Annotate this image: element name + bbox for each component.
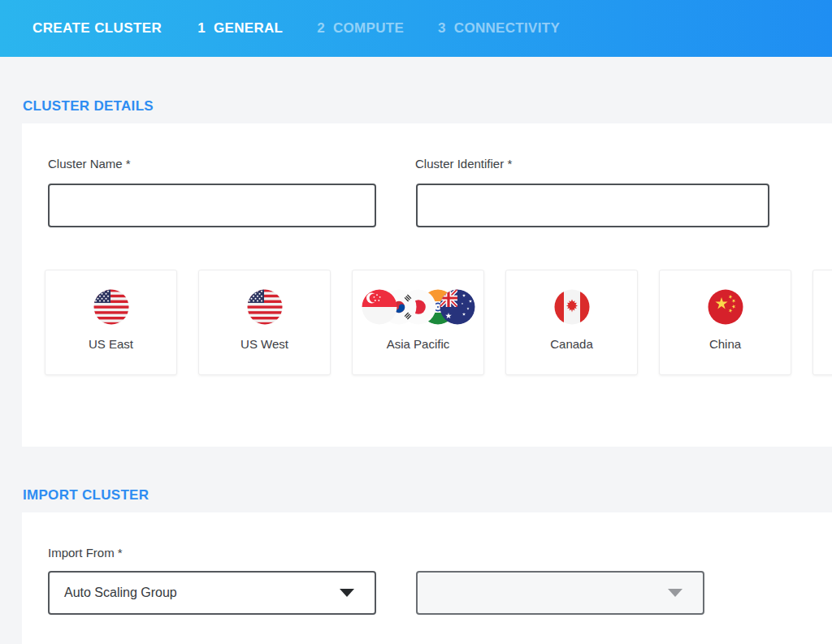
step-label: GENERAL	[214, 20, 283, 37]
cluster-name-input[interactable]	[48, 184, 376, 227]
us-flag-icon	[93, 289, 129, 325]
wizard-steps: 1 GENERAL 2 COMPUTE 3 CONNECTIVITY	[197, 20, 594, 37]
singapore-flag-icon	[362, 289, 397, 325]
step-number: 3	[438, 20, 446, 37]
step-label: COMPUTE	[333, 20, 404, 37]
region-card-asia-pacific[interactable]: Asia Pacific	[352, 270, 484, 375]
cluster-identifier-input[interactable]	[416, 184, 769, 227]
step-label: CONNECTIVITY	[454, 20, 560, 37]
region-label: China	[709, 337, 741, 351]
cluster-identifier-label: Cluster Identifier *	[415, 157, 512, 171]
canada-flag-icon	[554, 289, 590, 325]
chevron-down-icon	[668, 589, 682, 597]
region-label: Canada	[550, 337, 593, 351]
wizard-header: CREATE CLUSTER 1 GENERAL 2 COMPUTE 3 CON…	[0, 0, 832, 57]
region-card-china[interactable]: China	[659, 270, 791, 375]
cluster-details-card: Cluster Name * Cluster Identifier *	[22, 123, 832, 447]
us-flag-icon	[247, 289, 283, 325]
region-card-canada[interactable]: Canada	[505, 270, 638, 375]
step-number: 1	[197, 20, 206, 37]
region-card-us-west[interactable]: US West	[198, 270, 331, 375]
asia-pacific-flags-icon	[362, 289, 475, 325]
cluster-name-label: Cluster Name *	[48, 157, 131, 171]
import-from-dropdown[interactable]: Auto Scaling Group	[48, 571, 376, 615]
import-cluster-heading: IMPORT CLUSTER	[23, 487, 149, 504]
region-label: US East	[89, 337, 133, 351]
region-label: Asia Pacific	[387, 337, 450, 351]
cluster-details-heading: CLUSTER DETAILS	[23, 98, 154, 115]
import-cluster-card: Import From * Auto Scaling Group	[22, 512, 832, 644]
step-number: 2	[317, 20, 325, 37]
import-from-selected-value: Auto Scaling Group	[64, 586, 177, 600]
region-label: US West	[240, 337, 288, 351]
china-flag-icon	[708, 289, 743, 325]
chevron-down-icon	[340, 589, 354, 597]
import-secondary-dropdown[interactable]	[416, 571, 704, 615]
australia-flag-icon	[440, 289, 475, 325]
step-general[interactable]: 1 GENERAL	[197, 20, 283, 37]
region-card-us-east[interactable]: US East	[45, 270, 177, 375]
step-connectivity[interactable]: 3 CONNECTIVITY	[438, 20, 560, 37]
step-compute[interactable]: 2 COMPUTE	[317, 20, 404, 37]
import-from-label: Import From *	[48, 546, 123, 560]
region-card-partial[interactable]	[812, 270, 832, 375]
page-title: CREATE CLUSTER	[32, 20, 162, 37]
